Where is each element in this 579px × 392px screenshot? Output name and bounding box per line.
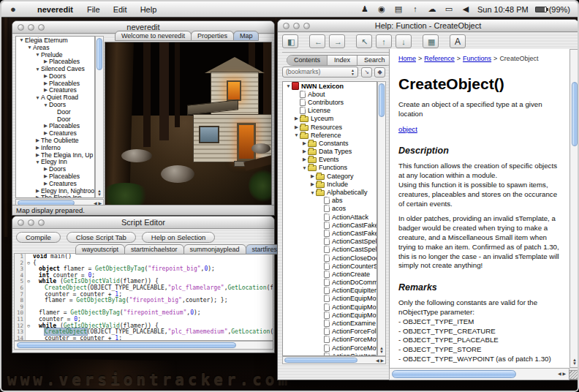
- code-editor[interactable]: 1void main()2⊖{3object flamer = GetObjec…: [14, 253, 273, 341]
- tree-item[interactable]: ActionExamine: [283, 319, 376, 327]
- help-contents-tree[interactable]: ▼NWN LexiconAboutContributorsLicense▶Lyc…: [282, 81, 377, 356]
- map-view[interactable]: [105, 42, 272, 206]
- disclosure-open-icon[interactable]: ▼: [34, 67, 41, 72]
- close-button[interactable]: [18, 219, 24, 226]
- tab-properties[interactable]: Properties: [191, 31, 234, 41]
- tree-item[interactable]: ▼A Quiet Road: [16, 94, 94, 101]
- scrollbar-thumb[interactable]: [284, 358, 357, 363]
- tree-item[interactable]: ▶Data Types: [283, 148, 376, 156]
- breadcrumb-reference[interactable]: Reference: [424, 55, 455, 62]
- back-icon[interactable]: ←: [309, 34, 325, 48]
- tree-item[interactable]: ActionCastSpellA: [283, 238, 376, 246]
- disclosure-open-icon[interactable]: ▼: [18, 37, 25, 42]
- tree-item[interactable]: ActionCastFakeS: [283, 221, 376, 229]
- print-icon[interactable]: ▦: [423, 34, 439, 48]
- disclosure-closed-icon[interactable]: ▶: [42, 130, 49, 136]
- tree-item[interactable]: ▶Placeables: [16, 173, 94, 180]
- tree-item[interactable]: ▼Prelude: [16, 51, 94, 59]
- tree-item[interactable]: ▶Elegy Inn, Nightroo: [16, 187, 94, 195]
- pane-tab-contents[interactable]: Contents: [287, 56, 328, 65]
- disclosure-open-icon[interactable]: ▼: [34, 52, 41, 57]
- script-tab-wayoutscript[interactable]: wayoutscript: [75, 244, 125, 255]
- tree-vertical-scrollbar[interactable]: ▲▼: [95, 36, 104, 198]
- tree-item[interactable]: ▶Constants: [283, 139, 376, 147]
- scrollbar-thumb[interactable]: [379, 83, 385, 117]
- disclosure-closed-icon[interactable]: ▶: [42, 73, 49, 79]
- tree-item[interactable]: ▼Doors: [16, 101, 94, 108]
- tree-item[interactable]: ▶Creatures: [16, 87, 94, 94]
- scrollbar-thumb[interactable]: [392, 370, 516, 378]
- pane-tab-search[interactable]: Search: [357, 56, 392, 65]
- close-script-tab-button[interactable]: Close Script Tab: [67, 232, 136, 243]
- disclosure-closed-icon[interactable]: ▶: [42, 173, 49, 179]
- zoom-button[interactable]: [38, 219, 45, 226]
- tree-item[interactable]: ▶The Elegia Inn, Up: [16, 151, 94, 159]
- module-tree[interactable]: ▼Elegia Eternum▼Areas▼Prelude▶Placeables…: [15, 36, 95, 198]
- bookmark-list-button[interactable]: ◆: [374, 67, 385, 78]
- disclosure-closed-icon[interactable]: ▶: [42, 80, 49, 86]
- tree-item[interactable]: ActionEquipMost: [283, 295, 376, 303]
- script-tab-startmichaelstor[interactable]: startmichaelstor: [124, 244, 184, 255]
- go-top-icon[interactable]: ↖: [356, 34, 372, 48]
- minimize-button[interactable]: [28, 219, 34, 226]
- disclosure-closed-icon[interactable]: ▶: [34, 145, 41, 151]
- scroll-down-icon[interactable]: ↓: [396, 34, 412, 48]
- disclosure-open-icon[interactable]: ▼: [26, 45, 33, 50]
- tree-item[interactable]: ▶Doors: [16, 72, 94, 80]
- scrollbar-arrows[interactable]: ◀ ▶: [558, 372, 566, 376]
- help-tree-horizontal-scrollbar[interactable]: ◀ ▶: [282, 356, 386, 364]
- menu-file[interactable]: File: [80, 1, 107, 18]
- tree-item[interactable]: abs: [283, 197, 376, 205]
- tree-item[interactable]: ActionCloseDoor: [283, 254, 376, 262]
- disclosure-closed-icon[interactable]: ▶: [34, 152, 41, 158]
- disclosure-closed-icon[interactable]: ▶: [34, 195, 41, 198]
- fold-marker-icon[interactable]: ⊖: [26, 260, 31, 267]
- keychain-icon[interactable]: ♟: [360, 4, 370, 14]
- zoom-button[interactable]: [303, 23, 310, 29]
- tree-item[interactable]: ActionEquipMost: [283, 311, 376, 319]
- disclosure-closed-icon[interactable]: ▶: [309, 173, 316, 179]
- app-menu[interactable]: neveredit: [30, 1, 80, 18]
- tree-item[interactable]: ▼Reference: [283, 131, 376, 139]
- add-bookmark-button[interactable]: ↘: [361, 67, 372, 78]
- script-editor-titlebar[interactable]: Script Editor: [12, 216, 274, 229]
- font-size-icon[interactable]: A: [450, 34, 466, 48]
- menu-edit[interactable]: Edit: [107, 1, 134, 18]
- fold-marker-icon[interactable]: ⊖: [26, 279, 31, 285]
- software-update-icon[interactable]: ↑: [410, 4, 420, 14]
- return-type-link[interactable]: object: [398, 125, 417, 133]
- scroll-up-icon[interactable]: ↑: [376, 34, 392, 48]
- disclosure-closed-icon[interactable]: ▶: [309, 181, 316, 187]
- scrollbar-arrows[interactable]: ▲▼: [96, 189, 103, 197]
- tree-item[interactable]: ▶Include: [283, 180, 376, 188]
- tree-item[interactable]: ▶Inferno: [16, 144, 94, 151]
- resize-grip[interactable]: [569, 370, 578, 380]
- tab-welcome-to-neveredit[interactable]: Welcome to neveredit: [115, 31, 192, 41]
- tree-item[interactable]: ActionEquipMost: [283, 303, 376, 311]
- disclosure-closed-icon[interactable]: ▶: [34, 137, 41, 143]
- disclosure-closed-icon[interactable]: ▶: [42, 166, 49, 172]
- disclosure-open-icon[interactable]: ▼: [34, 159, 41, 165]
- tree-item[interactable]: ActionEquipItem: [283, 287, 376, 295]
- disclosure-closed-icon[interactable]: ▶: [34, 188, 41, 194]
- tree-item[interactable]: Door: [16, 116, 94, 123]
- scrollbar-thumb[interactable]: [17, 342, 236, 348]
- tree-item[interactable]: ActionAttack: [283, 213, 376, 221]
- disclosure-open-icon[interactable]: ▼: [301, 165, 308, 170]
- tree-item[interactable]: ▼Alphabetically: [283, 188, 376, 196]
- tree-item[interactable]: ActionCounterSp: [283, 262, 376, 270]
- disclosure-closed-icon[interactable]: ▶: [42, 181, 49, 186]
- disclosure-open-icon[interactable]: ▼: [293, 132, 300, 137]
- disclosure-closed-icon[interactable]: ▶: [301, 148, 308, 154]
- tree-item[interactable]: ▼Elegia Eternum: [16, 37, 94, 44]
- volume-icon[interactable]: ◀: [461, 4, 471, 14]
- tree-item[interactable]: ▶Resources: [283, 123, 376, 131]
- tree-item[interactable]: ActionCastSpellA: [283, 246, 376, 254]
- disclosure-closed-icon[interactable]: ▶: [301, 157, 308, 162]
- tree-item[interactable]: License: [283, 107, 376, 115]
- tree-item[interactable]: acos: [283, 205, 376, 213]
- menu-clock[interactable]: Sun 10:48 PM: [477, 5, 529, 14]
- disclosure-closed-icon[interactable]: ▶: [42, 59, 49, 64]
- disclosure-closed-icon[interactable]: ▶: [293, 124, 300, 130]
- zoom-button[interactable]: [38, 24, 45, 31]
